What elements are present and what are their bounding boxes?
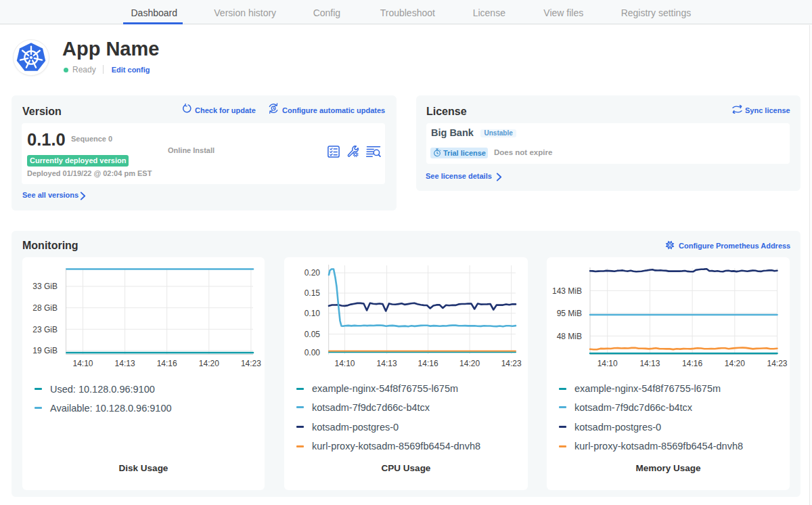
svg-text:14:10: 14:10 <box>334 359 355 368</box>
svg-text:14:16: 14:16 <box>682 359 702 368</box>
svg-text:14:20: 14:20 <box>199 359 219 368</box>
svg-text:23 GiB: 23 GiB <box>32 325 58 334</box>
svg-text:14:16: 14:16 <box>418 359 438 368</box>
svg-text:14:20: 14:20 <box>459 359 480 368</box>
svg-text:0.05: 0.05 <box>304 330 321 339</box>
svg-text:14:13: 14:13 <box>115 359 135 368</box>
svg-text:48 MiB: 48 MiB <box>557 332 582 341</box>
svg-text:0.00: 0.00 <box>304 348 321 357</box>
svg-text:14:16: 14:16 <box>157 359 177 368</box>
svg-text:14:23: 14:23 <box>767 359 787 368</box>
svg-text:33 GiB: 33 GiB <box>32 282 58 291</box>
svg-text:28 GiB: 28 GiB <box>32 303 58 313</box>
svg-text:14:10: 14:10 <box>72 359 93 368</box>
svg-text:14:13: 14:13 <box>377 359 397 368</box>
svg-text:143 MiB: 143 MiB <box>552 286 582 296</box>
svg-text:14:10: 14:10 <box>597 359 618 368</box>
svg-text:14:23: 14:23 <box>241 359 261 368</box>
svg-text:19 GiB: 19 GiB <box>32 346 58 355</box>
svg-text:14:13: 14:13 <box>639 359 660 368</box>
svg-text:0.20: 0.20 <box>304 268 321 278</box>
svg-text:0.15: 0.15 <box>304 288 321 298</box>
svg-text:14:20: 14:20 <box>725 359 745 368</box>
svg-text:0.10: 0.10 <box>304 309 321 318</box>
svg-text:95 MiB: 95 MiB <box>557 309 582 318</box>
svg-text:14:23: 14:23 <box>501 359 522 368</box>
